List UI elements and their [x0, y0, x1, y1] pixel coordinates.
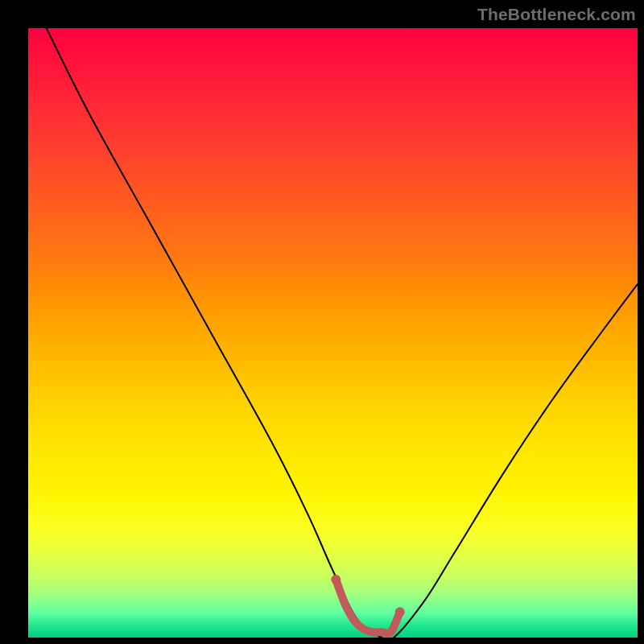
curve-overlay	[28, 28, 638, 638]
trough-start-dot	[331, 575, 341, 584]
thin-black-curve	[47, 28, 638, 642]
chart-frame: TheBottleneck.com	[0, 0, 644, 644]
muted-red-trough	[336, 580, 400, 634]
trough-end-dot	[395, 607, 405, 617]
watermark-text: TheBottleneck.com	[477, 5, 636, 24]
